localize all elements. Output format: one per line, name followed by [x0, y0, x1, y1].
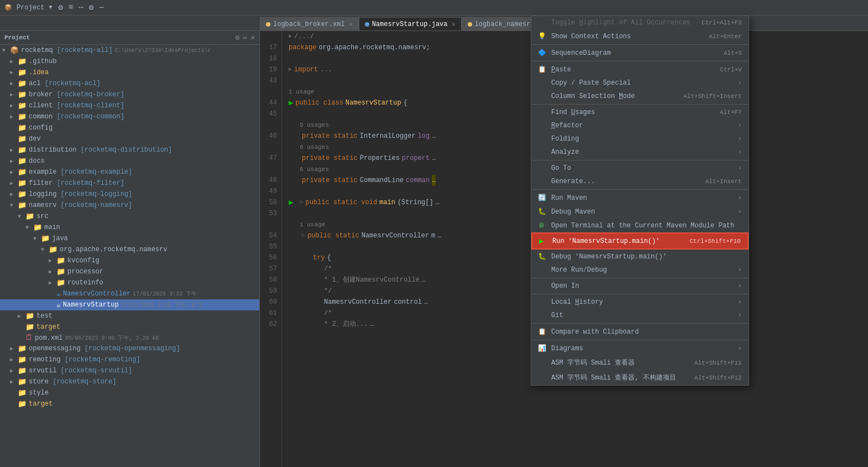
fold-marker-54[interactable]: ▷ — [302, 230, 305, 241]
fold-marker-import[interactable]: ▶ — [289, 64, 292, 75]
ctx-item-debug-maven[interactable]: 🐛 Debug Maven › — [531, 205, 749, 219]
project-icon: 📦 — [4, 4, 12, 11]
ctx-item-paste[interactable]: 📋 Paste Ctrl+V — [531, 63, 749, 76]
tree-arrow-namesrv: ▼ — [10, 203, 18, 209]
tree-item-config[interactable]: 📁 config — [0, 122, 259, 133]
ctx-item-column-selection[interactable]: Column Selection Mode Alt+Shift+Insert — [531, 90, 749, 103]
sidebar-expand-icon[interactable]: ⇔ — [243, 33, 247, 42]
tree-item-idea[interactable]: ▶ 📁 .idea — [0, 67, 259, 78]
tree-label-style: style — [29, 389, 49, 397]
tree-item-broker[interactable]: ▶ 📁 broker [rocketmq-broker] — [0, 89, 259, 100]
equalizer-icon[interactable]: ≡ — [67, 3, 75, 12]
tree-item-docs[interactable]: ▶ 📁 docs — [0, 155, 259, 167]
tree-item-pom[interactable]: 🗒 pom.xml 05/06/2023 9:00 下午, 2.29 kB — [0, 333, 259, 343]
expand-icon[interactable]: ↔ — [77, 3, 85, 12]
tree-meta-namesrv-controller: 17/01/2025 3:32 下午 — [133, 290, 197, 298]
tree-item-main[interactable]: ▼ 📁 main — [0, 222, 259, 233]
tab-close-logback-broker[interactable]: ✕ — [349, 21, 353, 28]
tree-item-processor[interactable]: ▶ 📁 processor — [0, 266, 259, 277]
tree-item-java[interactable]: ▼ 📁 java — [0, 233, 259, 244]
ctx-item-run-maven[interactable]: 🔄 Run Maven › — [531, 191, 749, 205]
ctx-item-git[interactable]: Git › — [531, 309, 749, 322]
tree-label-store: store [rocketmq-store] — [29, 378, 116, 386]
ctx-item-more-run-debug[interactable]: More Run/Debug › — [531, 263, 749, 277]
folder-icon-example: 📁 — [18, 168, 27, 177]
tree-item-common[interactable]: ▶ 📁 common [rocketmq-common] — [0, 111, 259, 122]
debug-maven-icon: 🐛 — [538, 207, 548, 216]
tree-item-example[interactable]: ▶ 📁 example [rocketmq-example] — [0, 167, 259, 178]
java-icon-namesrv-startup: ☕ — [56, 300, 61, 309]
settings-icon[interactable]: ⚙ — [87, 3, 95, 12]
ctx-arrow-git: › — [738, 312, 741, 319]
sidebar-header-icons: ⚙ ⇔ ✕ — [236, 33, 255, 42]
ctx-item-toggle-highlight[interactable]: Toggle Highlight of All Occurrences Ctrl… — [531, 16, 749, 29]
tree-arrow-distribution: ▶ — [10, 147, 18, 153]
project-label[interactable]: Project — [17, 4, 44, 12]
tree-item-dev[interactable]: 📁 dev — [0, 133, 259, 144]
ctx-item-folding[interactable]: Folding › — [531, 132, 749, 146]
fold-marker-50[interactable]: ▷ — [300, 197, 303, 208]
tree-item-client[interactable]: ▶ 📁 client [rocketmq-client] — [0, 100, 259, 111]
ctx-item-open-in[interactable]: Open In › — [531, 279, 749, 293]
tree-item-filter[interactable]: ▶ 📁 filter [rocketmq-filter] — [0, 178, 259, 189]
tree-item-kvconfig[interactable]: ▶ 📁 kvconfig — [0, 255, 259, 266]
tree-item-test[interactable]: ▶ 📁 test — [0, 310, 259, 321]
ctx-item-copy-paste-special[interactable]: Copy / Paste Special › — [531, 76, 749, 90]
ctx-item-sequence-diagram[interactable]: 🔷 SequenceDiagram Alt+S — [531, 46, 749, 60]
ctx-item-show-context-actions[interactable]: 💡 Show Context Actions Alt+Enter — [531, 29, 749, 43]
ctx-item-open-terminal[interactable]: 🖥 Open Terminal at the Current Maven Mod… — [531, 219, 749, 232]
ctx-label-diagrams: Diagrams — [551, 345, 733, 352]
tree-item-namesrv-startup[interactable]: ☕ NamesrvStartup 17/01/2025 3:32 下午, 9:2 — [0, 299, 259, 310]
tree-label-target: target — [36, 323, 60, 331]
ctx-item-asm-smali-noopt[interactable]: ASM 字节码 Smali 查看器, 不构建项目 Alt+Shift+F12 — [531, 370, 749, 385]
ctx-item-go-to[interactable]: Go To › — [531, 162, 749, 175]
ctx-item-diagrams[interactable]: 📊 Diagrams › — [531, 341, 749, 355]
tab-namesrv-startup[interactable]: NamesrvStartup.java ✕ — [359, 17, 462, 30]
gear-icon[interactable]: ⚙ — [56, 3, 64, 12]
tree-item-src[interactable]: ▼ 📁 src — [0, 211, 259, 222]
ctx-item-analyze[interactable]: Analyze › — [531, 146, 749, 159]
tree-item-remoting[interactable]: ▶ 📁 remoting [rocketmq-remoting] — [0, 354, 259, 365]
tree-item-style[interactable]: 📁 style — [0, 387, 259, 398]
tree-item-acl[interactable]: ▶ 📁 acl [rocketmq-acl] — [0, 78, 259, 89]
tree-item-target[interactable]: 📁 target — [0, 321, 259, 333]
ctx-item-generate[interactable]: Generate... Alt+Insert — [531, 175, 749, 188]
folder-icon-org-pkg: 📁 — [49, 245, 57, 254]
ctx-item-asm-smali[interactable]: ASM 字节码 Smali 查看器 Alt+Shift+F11 — [531, 355, 749, 370]
ctx-item-local-history[interactable]: Local History › — [531, 295, 749, 309]
tab-logback-broker[interactable]: logback_broker.xml ✕ — [260, 17, 359, 30]
tree-arrow-test: ▶ — [18, 313, 25, 319]
tree-arrow-client: ▶ — [10, 102, 18, 109]
tree-item-routeinfo[interactable]: ▶ 📁 routeinfo — [0, 277, 259, 288]
tree-item-store[interactable]: ▶ 📁 store [rocketmq-store] — [0, 376, 259, 387]
sidebar-gear-icon[interactable]: ⚙ — [236, 33, 240, 42]
tree-item-target-root[interactable]: 📁 target — [0, 398, 259, 409]
tree-arrow-acl: ▶ — [10, 80, 18, 87]
ctx-label-local-history: Local History — [551, 298, 733, 306]
tree-item-distribution[interactable]: ▶ 📁 distribution [rocketmq-distribution] — [0, 144, 259, 155]
debug-namesrv-icon: 🐛 — [538, 252, 548, 261]
tab-close-namesrv[interactable]: ✕ — [452, 21, 455, 28]
tree-item-openmessaging[interactable]: ▶ 📁 openmessaging [rocketmq-openmessagin… — [0, 343, 259, 354]
folder-icon-docs: 📁 — [18, 157, 27, 165]
tree-meta-rocketmq: C:\Users\27338\IdeaProjects\r — [115, 48, 211, 54]
minimize-icon[interactable]: — — [97, 3, 105, 12]
ctx-item-find-usages[interactable]: Find Usages Alt+F7 — [531, 106, 749, 119]
tree-item-namesrv[interactable]: ▼ 📁 namesrv [rocketmq-namesrv] — [0, 200, 259, 211]
tree-item-namesrv-controller[interactable]: ☕ NamesrvController 17/01/2025 3:32 下午 — [0, 288, 259, 299]
dropdown-arrow-icon[interactable]: ▼ — [49, 4, 52, 11]
tree-item-rocketmq[interactable]: ▼ 📦 rocketmq [rocketmq-all] C:\Users\273… — [0, 45, 259, 56]
fold-marker-top[interactable]: ▶ — [289, 31, 292, 42]
tree-item-logging[interactable]: ▶ 📁 logging [rocketmq-logging] — [0, 189, 259, 200]
ctx-item-debug-namesrv[interactable]: 🐛 Debug 'NamesrvStartup.main()' — [531, 250, 749, 263]
tree-item-srvutil[interactable]: ▶ 📁 srvutil [rocketmq-srvutil] — [0, 365, 259, 376]
run-maven-icon: 🔄 — [538, 194, 548, 202]
title-bar: 📦 Project ▼ ⚙ ≡ ↔ ⚙ — — [0, 0, 868, 15]
ctx-item-compare-clipboard[interactable]: 📋 Compare with Clipboard — [531, 325, 749, 339]
ctx-arrow-diagrams: › — [738, 345, 741, 352]
ctx-item-run-namesrv[interactable]: ▶ Run 'NamesrvStartup.main()' Ctrl+Shift… — [531, 232, 749, 250]
ctx-item-refactor[interactable]: Refactor › — [531, 119, 749, 132]
tree-item-github[interactable]: ▶ 📁 .github — [0, 56, 259, 67]
tree-item-org-pkg[interactable]: ▼ 📁 org.apache.rocketmq.namesrv — [0, 244, 259, 255]
sidebar-close-icon[interactable]: ✕ — [250, 33, 255, 42]
